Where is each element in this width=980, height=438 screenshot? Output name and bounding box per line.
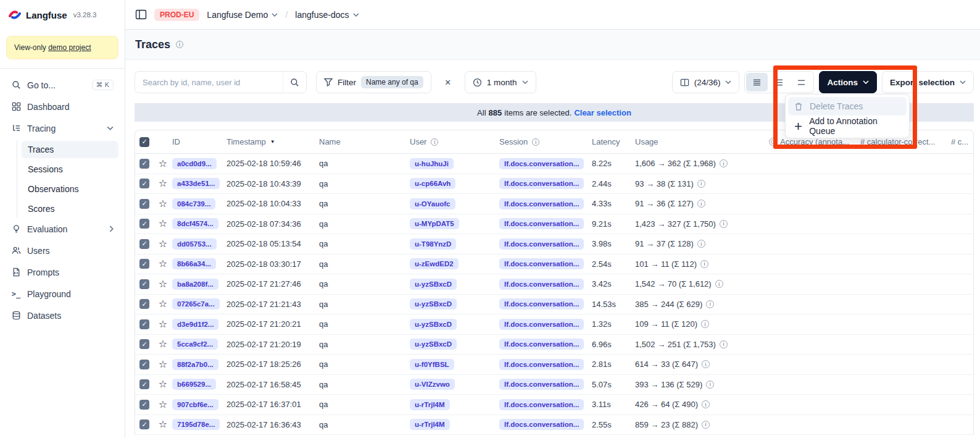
column-header-timestamp[interactable]: Timestamp▼ [226,137,319,146]
star-icon[interactable]: ☆ [159,419,167,429]
row-checkbox[interactable]: ✓ [139,419,149,429]
star-icon[interactable]: ☆ [159,159,167,169]
star-icon[interactable]: ☆ [159,279,167,289]
info-icon[interactable]: i [176,41,183,48]
user-badge[interactable]: u-rTrjl4M [410,419,450,430]
table-row[interactable]: ✓☆dd05753...2025-02-18 05:13:54qau-T98Yn… [135,234,973,255]
table-row[interactable]: ✓☆d3e9d1f2...2025-02-17 21:20:21qau-yzSB… [135,314,973,335]
row-height-small-button[interactable] [746,73,768,91]
session-badge[interactable]: lf.docs.conversation... [499,178,584,189]
row-checkbox[interactable]: ✓ [139,379,149,389]
column-header-latency[interactable]: Latency [592,137,635,146]
row-checkbox[interactable]: ✓ [139,360,149,369]
trace-id-badge[interactable]: 7195d78e... [172,419,220,430]
table-row[interactable]: ✓☆7195d78e...2025-02-17 16:36:43qau-rTrj… [135,415,973,436]
sidebar-item-observations[interactable]: Observations [22,180,118,198]
table-row[interactable]: ✓☆907cbf6e...2025-02-17 16:37:01qau-rTrj… [135,395,973,415]
sidebar-toggle-icon[interactable] [135,9,147,20]
user-badge[interactable]: u-cp66Avh [410,178,455,189]
table-row[interactable]: ✓☆a433de51...2025-02-18 10:43:39qau-cp66… [135,174,973,195]
session-badge[interactable]: lf.docs.conversation... [499,419,584,430]
column-header-name[interactable]: Name [319,137,410,146]
column-header-usage[interactable]: Usage [635,137,769,146]
info-icon[interactable]: i [700,260,708,268]
session-badge[interactable]: lf.docs.conversation... [499,198,584,209]
sidebar-item-playground[interactable]: >_ Playground [6,285,118,303]
table-row[interactable]: ✓☆5cca9cf2...2025-02-17 21:20:19qau-yzSB… [135,335,973,355]
info-icon[interactable]: i [697,200,705,208]
trace-id-badge[interactable]: 907cbf6e... [172,399,218,410]
info-icon[interactable]: i [702,421,710,429]
table-row[interactable]: ✓☆084c739...2025-02-18 10:04:33qau-OYauo… [135,194,973,214]
star-icon[interactable]: ☆ [159,339,167,349]
sidebar-item-traces[interactable]: Traces [22,141,118,158]
menu-item-add-to-annotation-queue[interactable]: Add to Annotation Queue [788,117,907,135]
user-badge[interactable]: u-VIZzvwo [410,379,455,390]
trace-id-badge[interactable]: ba8a208f... [172,279,218,290]
trace-id-badge[interactable]: 084c739... [172,198,215,209]
session-badge[interactable]: lf.docs.conversation... [499,158,584,169]
search-icon[interactable] [283,72,306,93]
info-icon[interactable]: i [720,340,728,348]
star-icon[interactable]: ☆ [159,360,167,369]
table-row[interactable]: ✓☆b669529...2025-02-17 16:58:45qau-VIZzv… [135,375,973,395]
star-icon[interactable]: ☆ [159,299,167,309]
info-icon[interactable]: i [702,400,710,408]
trace-id-badge[interactable]: b669529... [172,379,216,390]
column-header-user[interactable]: Useri [410,137,499,146]
user-badge[interactable]: u-f0YfBSL [410,359,454,370]
user-badge[interactable]: u-yzSBxcD [410,279,457,290]
user-badge[interactable]: u-huJhuJi [410,158,454,169]
user-badge[interactable]: u-zEwdED2 [410,258,459,269]
user-badge[interactable]: u-yzSBxcD [410,298,457,310]
trace-id-badge[interactable]: 07265c7a... [172,298,220,310]
trace-id-badge[interactable]: 8dcf4574... [172,218,218,229]
info-icon[interactable]: i [706,381,714,389]
columns-button[interactable]: (24/36) [672,71,740,93]
row-checkbox[interactable]: ✓ [139,279,149,289]
table-row[interactable]: ✓☆07265c7a...2025-02-17 21:21:43qau-yzSB… [135,295,973,315]
table-row[interactable]: ✓☆ba8a208f...2025-02-17 21:27:46qau-yzSB… [135,274,973,295]
info-icon[interactable]: i [702,360,710,368]
trace-id-badge[interactable]: a0cd0d9... [172,158,217,169]
row-checkbox[interactable]: ✓ [139,299,149,309]
table-row[interactable]: ✓☆88f2a7b0...2025-02-17 18:25:26qau-f0Yf… [135,355,973,375]
user-badge[interactable]: u-yzSBxcD [410,319,457,330]
trace-id-badge[interactable]: dd05753... [172,238,217,250]
search-input[interactable] [135,78,283,87]
info-icon[interactable]: i [720,159,728,167]
column-header-extra[interactable]: # c... [951,137,974,146]
session-badge[interactable]: lf.docs.conversation... [499,399,584,410]
session-badge[interactable]: lf.docs.conversation... [499,238,584,250]
sidebar-item-prompts[interactable]: Prompts [6,263,118,281]
user-badge[interactable]: u-T98YnzD [410,238,456,250]
row-checkbox[interactable]: ✓ [139,259,149,269]
sidebar-item-sessions[interactable]: Sessions [22,161,118,178]
org-selector[interactable]: Langfuse Demo [207,10,278,20]
trace-id-badge[interactable]: 88f2a7b0... [172,359,218,370]
clear-selection-link[interactable]: Clear selection [574,108,631,117]
info-icon[interactable]: i [701,320,709,328]
row-height-large-button[interactable] [791,73,812,91]
sidebar-item-goto[interactable]: Go to... ⌘ K [6,76,118,94]
row-checkbox[interactable]: ✓ [139,239,149,249]
column-header-accuracy[interactable]: Accuracy (annota... [769,137,860,146]
user-badge[interactable]: u-OYauofc [410,198,455,209]
row-checkbox[interactable]: ✓ [139,179,149,188]
row-checkbox[interactable]: ✓ [139,219,149,229]
star-icon[interactable]: ☆ [159,400,167,410]
trace-id-badge[interactable]: 5cca9cf2... [172,339,218,350]
session-badge[interactable]: lf.docs.conversation... [499,258,584,269]
info-icon[interactable]: i [431,138,438,146]
info-icon[interactable]: i [532,138,539,146]
table-row[interactable]: ✓☆8b66a34...2025-02-18 03:30:17qau-zEwdE… [135,255,973,275]
info-icon[interactable]: i [715,280,723,288]
sidebar-item-dashboard[interactable]: Dashboard [6,98,118,116]
actions-button[interactable]: Actions [819,71,877,93]
column-header-session[interactable]: Sessioni [499,137,592,146]
star-icon[interactable]: ☆ [159,379,167,389]
session-badge[interactable]: lf.docs.conversation... [499,319,584,330]
menu-item-delete-traces[interactable]: Delete Traces [788,97,907,116]
clear-filter-icon[interactable]: ✕ [439,73,457,91]
star-icon[interactable]: ☆ [159,219,167,229]
